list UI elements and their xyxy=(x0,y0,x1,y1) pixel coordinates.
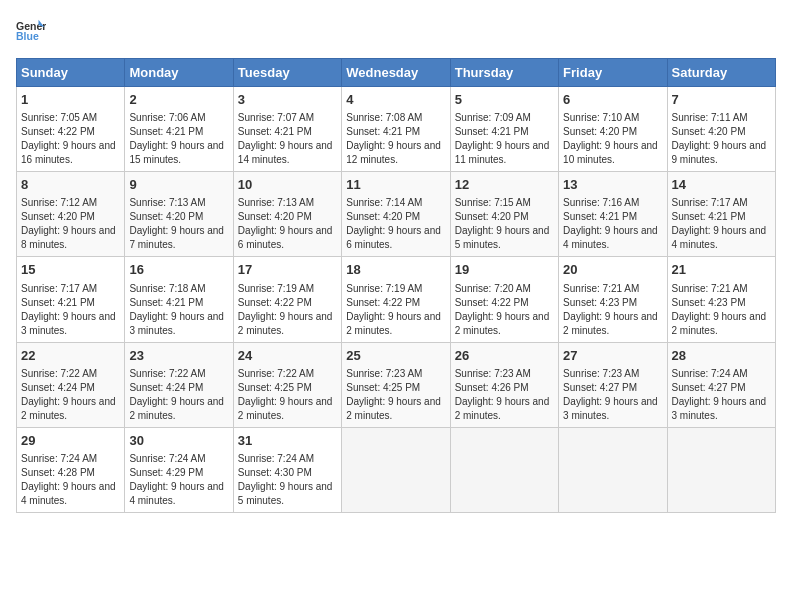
header: General Blue xyxy=(16,16,776,46)
logo: General Blue xyxy=(16,16,50,46)
calendar-cell: 17 Sunrise: 7:19 AM Sunset: 4:22 PM Dayl… xyxy=(233,257,341,342)
day-info: Sunrise: 7:20 AM Sunset: 4:22 PM Dayligh… xyxy=(455,282,554,338)
day-number: 21 xyxy=(672,261,771,279)
calendar-cell: 30 Sunrise: 7:24 AM Sunset: 4:29 PM Dayl… xyxy=(125,427,233,512)
day-info: Sunrise: 7:18 AM Sunset: 4:21 PM Dayligh… xyxy=(129,282,228,338)
calendar-cell xyxy=(342,427,450,512)
day-info: Sunrise: 7:22 AM Sunset: 4:25 PM Dayligh… xyxy=(238,367,337,423)
day-number: 14 xyxy=(672,176,771,194)
svg-text:Blue: Blue xyxy=(16,30,39,42)
calendar-cell xyxy=(559,427,667,512)
calendar-cell: 3 Sunrise: 7:07 AM Sunset: 4:21 PM Dayli… xyxy=(233,87,341,172)
calendar-cell: 1 Sunrise: 7:05 AM Sunset: 4:22 PM Dayli… xyxy=(17,87,125,172)
day-number: 1 xyxy=(21,91,120,109)
calendar-cell: 21 Sunrise: 7:21 AM Sunset: 4:23 PM Dayl… xyxy=(667,257,775,342)
day-number: 10 xyxy=(238,176,337,194)
calendar-cell: 25 Sunrise: 7:23 AM Sunset: 4:25 PM Dayl… xyxy=(342,342,450,427)
calendar-cell: 9 Sunrise: 7:13 AM Sunset: 4:20 PM Dayli… xyxy=(125,172,233,257)
calendar-cell: 22 Sunrise: 7:22 AM Sunset: 4:24 PM Dayl… xyxy=(17,342,125,427)
day-info: Sunrise: 7:24 AM Sunset: 4:27 PM Dayligh… xyxy=(672,367,771,423)
day-info: Sunrise: 7:17 AM Sunset: 4:21 PM Dayligh… xyxy=(21,282,120,338)
calendar-cell: 28 Sunrise: 7:24 AM Sunset: 4:27 PM Dayl… xyxy=(667,342,775,427)
day-header-wednesday: Wednesday xyxy=(342,59,450,87)
day-number: 9 xyxy=(129,176,228,194)
calendar-cell: 19 Sunrise: 7:20 AM Sunset: 4:22 PM Dayl… xyxy=(450,257,558,342)
calendar-cell: 15 Sunrise: 7:17 AM Sunset: 4:21 PM Dayl… xyxy=(17,257,125,342)
day-header-friday: Friday xyxy=(559,59,667,87)
calendar-cell: 5 Sunrise: 7:09 AM Sunset: 4:21 PM Dayli… xyxy=(450,87,558,172)
day-info: Sunrise: 7:22 AM Sunset: 4:24 PM Dayligh… xyxy=(21,367,120,423)
calendar-week-row: 1 Sunrise: 7:05 AM Sunset: 4:22 PM Dayli… xyxy=(17,87,776,172)
day-info: Sunrise: 7:13 AM Sunset: 4:20 PM Dayligh… xyxy=(129,196,228,252)
day-header-saturday: Saturday xyxy=(667,59,775,87)
day-number: 23 xyxy=(129,347,228,365)
calendar-week-row: 22 Sunrise: 7:22 AM Sunset: 4:24 PM Dayl… xyxy=(17,342,776,427)
calendar-cell: 18 Sunrise: 7:19 AM Sunset: 4:22 PM Dayl… xyxy=(342,257,450,342)
day-info: Sunrise: 7:13 AM Sunset: 4:20 PM Dayligh… xyxy=(238,196,337,252)
calendar-cell: 26 Sunrise: 7:23 AM Sunset: 4:26 PM Dayl… xyxy=(450,342,558,427)
day-number: 15 xyxy=(21,261,120,279)
day-info: Sunrise: 7:22 AM Sunset: 4:24 PM Dayligh… xyxy=(129,367,228,423)
day-number: 27 xyxy=(563,347,662,365)
day-number: 4 xyxy=(346,91,445,109)
day-number: 12 xyxy=(455,176,554,194)
calendar-cell: 16 Sunrise: 7:18 AM Sunset: 4:21 PM Dayl… xyxy=(125,257,233,342)
calendar: SundayMondayTuesdayWednesdayThursdayFrid… xyxy=(16,58,776,513)
day-header-monday: Monday xyxy=(125,59,233,87)
day-header-tuesday: Tuesday xyxy=(233,59,341,87)
calendar-cell: 6 Sunrise: 7:10 AM Sunset: 4:20 PM Dayli… xyxy=(559,87,667,172)
day-info: Sunrise: 7:21 AM Sunset: 4:23 PM Dayligh… xyxy=(563,282,662,338)
day-info: Sunrise: 7:10 AM Sunset: 4:20 PM Dayligh… xyxy=(563,111,662,167)
day-info: Sunrise: 7:09 AM Sunset: 4:21 PM Dayligh… xyxy=(455,111,554,167)
day-info: Sunrise: 7:12 AM Sunset: 4:20 PM Dayligh… xyxy=(21,196,120,252)
calendar-cell: 13 Sunrise: 7:16 AM Sunset: 4:21 PM Dayl… xyxy=(559,172,667,257)
day-info: Sunrise: 7:06 AM Sunset: 4:21 PM Dayligh… xyxy=(129,111,228,167)
day-info: Sunrise: 7:11 AM Sunset: 4:20 PM Dayligh… xyxy=(672,111,771,167)
day-number: 17 xyxy=(238,261,337,279)
calendar-cell: 7 Sunrise: 7:11 AM Sunset: 4:20 PM Dayli… xyxy=(667,87,775,172)
calendar-cell: 27 Sunrise: 7:23 AM Sunset: 4:27 PM Dayl… xyxy=(559,342,667,427)
day-number: 5 xyxy=(455,91,554,109)
calendar-cell: 10 Sunrise: 7:13 AM Sunset: 4:20 PM Dayl… xyxy=(233,172,341,257)
day-number: 11 xyxy=(346,176,445,194)
calendar-cell: 11 Sunrise: 7:14 AM Sunset: 4:20 PM Dayl… xyxy=(342,172,450,257)
day-info: Sunrise: 7:24 AM Sunset: 4:28 PM Dayligh… xyxy=(21,452,120,508)
day-number: 29 xyxy=(21,432,120,450)
day-info: Sunrise: 7:17 AM Sunset: 4:21 PM Dayligh… xyxy=(672,196,771,252)
day-number: 6 xyxy=(563,91,662,109)
calendar-cell xyxy=(667,427,775,512)
day-info: Sunrise: 7:21 AM Sunset: 4:23 PM Dayligh… xyxy=(672,282,771,338)
day-number: 24 xyxy=(238,347,337,365)
calendar-cell: 12 Sunrise: 7:15 AM Sunset: 4:20 PM Dayl… xyxy=(450,172,558,257)
day-info: Sunrise: 7:05 AM Sunset: 4:22 PM Dayligh… xyxy=(21,111,120,167)
day-number: 3 xyxy=(238,91,337,109)
calendar-cell: 14 Sunrise: 7:17 AM Sunset: 4:21 PM Dayl… xyxy=(667,172,775,257)
day-number: 31 xyxy=(238,432,337,450)
day-info: Sunrise: 7:19 AM Sunset: 4:22 PM Dayligh… xyxy=(238,282,337,338)
day-info: Sunrise: 7:24 AM Sunset: 4:29 PM Dayligh… xyxy=(129,452,228,508)
day-number: 22 xyxy=(21,347,120,365)
day-number: 13 xyxy=(563,176,662,194)
day-number: 8 xyxy=(21,176,120,194)
day-number: 16 xyxy=(129,261,228,279)
day-info: Sunrise: 7:23 AM Sunset: 4:26 PM Dayligh… xyxy=(455,367,554,423)
calendar-week-row: 8 Sunrise: 7:12 AM Sunset: 4:20 PM Dayli… xyxy=(17,172,776,257)
day-number: 19 xyxy=(455,261,554,279)
day-number: 18 xyxy=(346,261,445,279)
day-info: Sunrise: 7:15 AM Sunset: 4:20 PM Dayligh… xyxy=(455,196,554,252)
calendar-cell: 23 Sunrise: 7:22 AM Sunset: 4:24 PM Dayl… xyxy=(125,342,233,427)
day-number: 2 xyxy=(129,91,228,109)
calendar-header-row: SundayMondayTuesdayWednesdayThursdayFrid… xyxy=(17,59,776,87)
logo-icon: General Blue xyxy=(16,16,46,46)
day-info: Sunrise: 7:23 AM Sunset: 4:27 PM Dayligh… xyxy=(563,367,662,423)
calendar-cell: 24 Sunrise: 7:22 AM Sunset: 4:25 PM Dayl… xyxy=(233,342,341,427)
day-number: 20 xyxy=(563,261,662,279)
day-number: 26 xyxy=(455,347,554,365)
day-info: Sunrise: 7:07 AM Sunset: 4:21 PM Dayligh… xyxy=(238,111,337,167)
day-number: 25 xyxy=(346,347,445,365)
day-info: Sunrise: 7:19 AM Sunset: 4:22 PM Dayligh… xyxy=(346,282,445,338)
day-header-sunday: Sunday xyxy=(17,59,125,87)
day-number: 28 xyxy=(672,347,771,365)
calendar-cell: 8 Sunrise: 7:12 AM Sunset: 4:20 PM Dayli… xyxy=(17,172,125,257)
day-info: Sunrise: 7:23 AM Sunset: 4:25 PM Dayligh… xyxy=(346,367,445,423)
